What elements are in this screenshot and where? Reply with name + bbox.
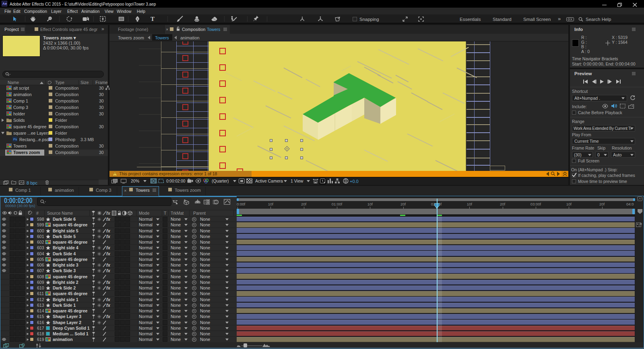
svg-text:Ps: Ps (13, 138, 17, 141)
